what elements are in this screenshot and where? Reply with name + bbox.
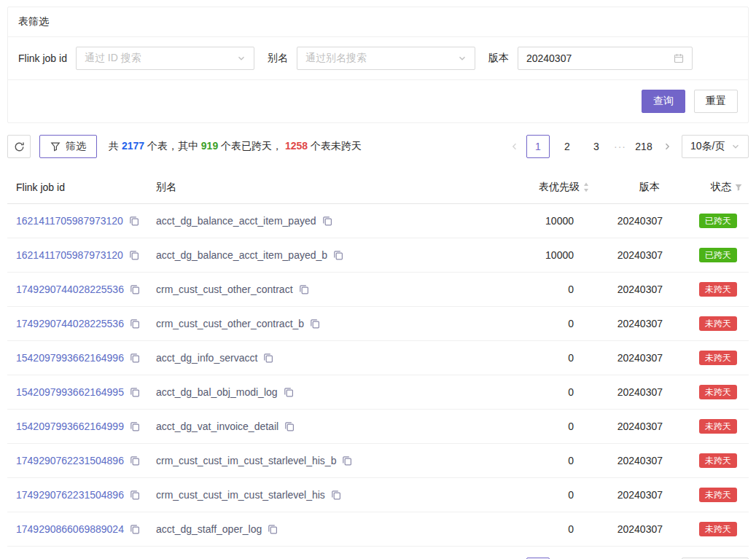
flink-job-id-select[interactable]: 通过 ID 搜索 (76, 47, 254, 70)
filter-panel: 表筛选 Flink job id 通过 ID 搜索 别名 通过别名搜索 版本 查… (7, 7, 749, 123)
copy-icon[interactable] (310, 318, 320, 329)
results-table-wrap: Flink job id 别名 表优先级 版本 状态 (7, 171, 749, 547)
chevron-down-icon (731, 142, 740, 151)
column-header-status: 状态 (669, 171, 749, 204)
alias-link[interactable]: crm_cust_cust_other_contract_b (156, 318, 304, 329)
flink-job-id-link[interactable]: 1749290744028225536 (16, 318, 124, 329)
table-row: 1542097993662164996 acct_dg_info_servacc… (7, 341, 749, 375)
status-badge: 未跨天 (699, 282, 737, 297)
version-value-field[interactable] (526, 52, 674, 64)
status-header-label: 状态 (711, 181, 731, 194)
copy-icon[interactable] (130, 421, 140, 431)
copy-icon[interactable] (130, 524, 140, 534)
summary-uncrossed-count: 1258 (285, 140, 308, 152)
filter-row: Flink job id 通过 ID 搜索 别名 通过别名搜索 版本 (8, 37, 748, 79)
calendar-icon (674, 53, 684, 63)
table-row: 1749290866069889024 acct_dg_staff_oper_l… (7, 512, 749, 547)
refresh-button[interactable] (7, 135, 31, 158)
flink-job-id-link[interactable]: 1542097993662164996 (16, 352, 124, 364)
alias-link[interactable]: acct_dg_vat_invoice_detail (156, 421, 278, 432)
version-cell: 20240307 (596, 273, 669, 307)
copy-icon[interactable] (130, 490, 140, 500)
flink-job-id-link[interactable]: 1621411705987973120 (16, 215, 123, 227)
table-header-row: Flink job id 别名 表优先级 版本 状态 (7, 171, 749, 204)
status-badge: 未跨天 (699, 351, 737, 365)
alias-link[interactable]: crm_cust_cust_im_cust_starlevel_his (156, 489, 325, 501)
reset-button[interactable]: 重置 (694, 90, 738, 113)
version-cell: 20240307 (596, 478, 669, 512)
next-page-icon[interactable] (658, 135, 676, 158)
sort-icon[interactable] (582, 181, 590, 193)
alias-link[interactable]: crm_cust_cust_im_cust_starlevel_his_b (156, 455, 336, 466)
version-cell: 20240307 (596, 238, 669, 273)
status-badge: 未跨天 (699, 419, 737, 434)
funnel-icon (50, 141, 61, 152)
filter-button[interactable]: 筛选 (39, 135, 97, 158)
column-header-flink-job-id: Flink job id (7, 171, 150, 204)
page-number-2[interactable]: 2 (556, 135, 579, 158)
copy-icon[interactable] (263, 353, 273, 363)
copy-icon[interactable] (322, 216, 332, 226)
column-header-version: 版本 (596, 171, 669, 204)
alias-link[interactable]: acct_dg_bal_obj_modi_log (156, 386, 278, 398)
query-button[interactable]: 查询 (642, 90, 685, 113)
status-badge: 未跨天 (699, 316, 737, 331)
status-badge: 未跨天 (699, 385, 737, 399)
copy-icon[interactable] (130, 387, 140, 397)
flink-job-id-link[interactable]: 1749290762231504896 (16, 489, 124, 501)
status-badge: 未跨天 (699, 453, 737, 468)
version-cell: 20240307 (596, 444, 669, 478)
column-header-priority: 表优先级 (508, 171, 596, 204)
priority-cell: 0 (508, 478, 596, 512)
copy-icon[interactable] (331, 490, 341, 500)
copy-icon[interactable] (299, 284, 309, 294)
filter-panel-title: 表筛选 (8, 7, 748, 37)
copy-icon[interactable] (130, 353, 140, 363)
prev-page-icon[interactable] (506, 135, 523, 158)
page-size-value: 10条/页 (690, 140, 725, 153)
alias-link[interactable]: crm_cust_cust_other_contract (156, 284, 293, 295)
column-header-alias: 别名 (150, 171, 508, 204)
priority-cell: 0 (508, 375, 596, 410)
alias-label: 别名 (268, 52, 288, 65)
copy-icon[interactable] (130, 456, 140, 466)
flink-job-id-link[interactable]: 1542097993662164995 (16, 386, 124, 398)
copy-icon[interactable] (284, 387, 294, 397)
version-cell: 20240307 (596, 512, 669, 547)
page-number-1[interactable]: 1 (526, 135, 550, 158)
copy-icon[interactable] (129, 250, 139, 260)
version-cell: 20240307 (596, 341, 669, 375)
alias-link[interactable]: acct_dg_balance_acct_item_payed (156, 215, 316, 227)
copy-icon[interactable] (268, 524, 278, 534)
alias-link[interactable]: acct_dg_staff_oper_log (156, 523, 262, 535)
alias-select[interactable]: 通过别名搜索 (297, 47, 475, 70)
copy-icon[interactable] (333, 250, 343, 260)
version-date-input[interactable] (518, 47, 693, 70)
page-jump-ellipsis[interactable]: ··· (614, 141, 626, 152)
summary-crossed-count: 919 (201, 140, 218, 152)
status-badge: 已跨天 (699, 248, 737, 262)
copy-icon[interactable] (342, 456, 352, 466)
copy-icon[interactable] (129, 216, 139, 226)
alias-link[interactable]: acct_dg_balance_acct_item_payed_b (156, 249, 327, 261)
priority-cell: 0 (508, 410, 596, 444)
copy-icon[interactable] (284, 421, 295, 431)
flink-job-id-link[interactable]: 1749290762231504896 (16, 455, 124, 466)
flink-job-id-link[interactable]: 1542097993662164999 (16, 421, 124, 432)
priority-cell: 0 (508, 444, 596, 478)
status-badge: 未跨天 (699, 522, 737, 536)
priority-cell: 0 (508, 307, 596, 341)
flink-job-id-link[interactable]: 1749290744028225536 (16, 284, 124, 295)
flink-job-id-link[interactable]: 1621411705987973120 (16, 249, 123, 261)
column-filter-icon[interactable] (734, 183, 743, 192)
alias-link[interactable]: acct_dg_info_servacct (156, 352, 257, 364)
page-size-select[interactable]: 10条/页 (682, 135, 749, 158)
table-summary: 共 2177 个表，其中 919 个表已跨天， 1258 个表未跨天 (109, 140, 362, 153)
copy-icon[interactable] (130, 284, 140, 294)
copy-icon[interactable] (130, 318, 140, 329)
priority-cell: 0 (508, 341, 596, 375)
page-number-3[interactable]: 3 (585, 135, 608, 158)
flink-job-id-link[interactable]: 1749290866069889024 (16, 523, 124, 535)
page-number-last[interactable]: 218 (632, 135, 655, 158)
priority-cell: 10000 (508, 204, 596, 238)
